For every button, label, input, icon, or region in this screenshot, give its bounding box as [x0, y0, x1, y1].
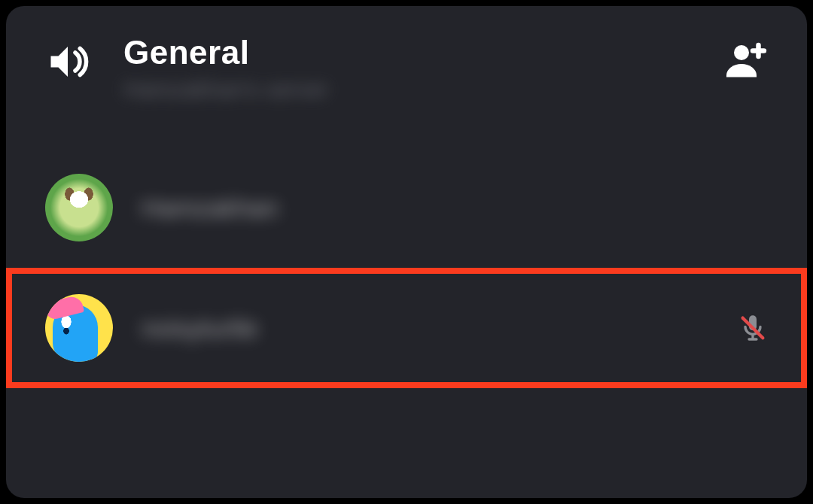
add-user-button[interactable] — [723, 38, 768, 83]
avatar[interactable] — [45, 294, 113, 362]
channel-title: General — [123, 35, 723, 71]
channel-subtitle: Hamzakhan's server — [123, 77, 723, 102]
svg-point-0 — [734, 45, 749, 60]
user-name-label: noisyturtle — [142, 314, 738, 343]
channel-header: General Hamzakhan's server — [6, 6, 807, 110]
channel-title-block: General Hamzakhan's server — [123, 35, 723, 102]
mic-muted-icon — [738, 313, 768, 343]
voice-user-list: Hamzakhan noisyturtle — [6, 110, 807, 388]
avatar[interactable] — [45, 174, 113, 241]
voice-user-row[interactable]: noisyturtle — [6, 268, 807, 388]
voice-user-row[interactable]: Hamzakhan — [6, 147, 807, 268]
user-name-label: Hamzakhan — [142, 193, 768, 223]
speaker-icon — [45, 39, 90, 84]
voice-channel-panel: General Hamzakhan's server Hamzakhan noi… — [6, 6, 807, 498]
